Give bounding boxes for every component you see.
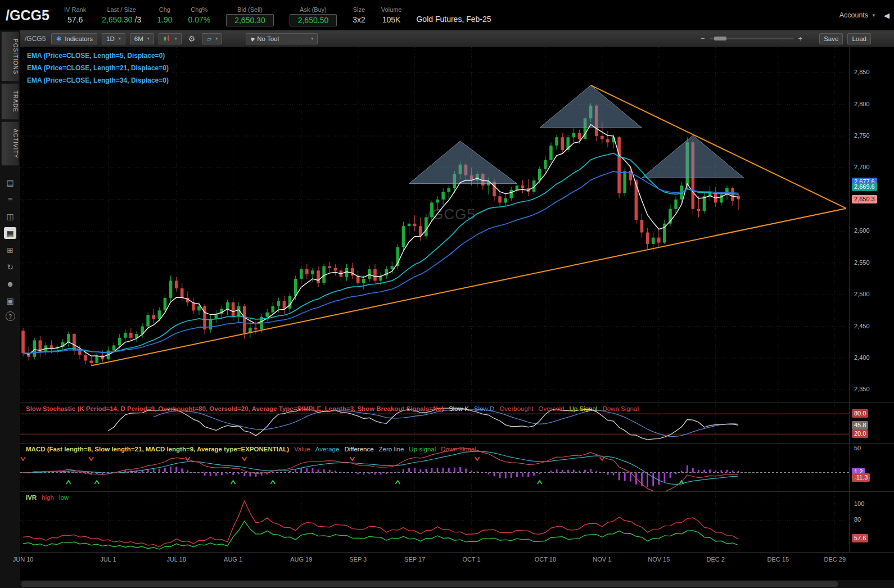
ivr-legend[interactable]: IVRhighlow xyxy=(26,494,74,501)
time-axis-label: DEC 29 xyxy=(824,556,846,563)
bottom-strip xyxy=(20,566,894,588)
chart-scrollbar[interactable] xyxy=(20,580,894,588)
legend-item[interactable]: low xyxy=(59,494,69,501)
macd-legend[interactable]: MACD (Fast length=8, Slow length=21, MAC… xyxy=(26,446,481,453)
ema-legend[interactable]: EMA (Price=CLOSE, Length=5, Displace=0) … xyxy=(27,49,169,87)
apps-icon[interactable]: ⊞ xyxy=(4,244,16,256)
iv-rank-label: IV Rank xyxy=(64,4,86,13)
settings-gear-button[interactable]: ⚙ xyxy=(186,34,198,43)
chg-value: 1.90 xyxy=(157,13,172,24)
time-axis-label: SEP 3 xyxy=(349,556,367,563)
chg-field: Chg 1.90 xyxy=(157,4,172,24)
study-title[interactable]: Slow Stochastic (K Period=14, D Period=9… xyxy=(26,405,444,412)
ask-field: Ask (Buy) 2,650.50 xyxy=(290,4,337,26)
legend-item[interactable]: Difference xyxy=(344,446,373,453)
range-dropdown[interactable]: 6M ▾ xyxy=(130,33,154,44)
zoom-slider-thumb[interactable] xyxy=(714,37,726,40)
price-chart-panel[interactable]: /GCG5 EMA (Price=CLOSE, Length=5, Displa… xyxy=(20,47,894,402)
zoom-control: − + xyxy=(701,34,802,43)
time-axis-label: SEP 17 xyxy=(404,556,425,563)
price-axis-label: 2,800 xyxy=(854,101,870,107)
zoom-in-button[interactable]: + xyxy=(798,34,803,43)
price-axis-label: 2,350 xyxy=(854,386,870,392)
stochastic-panel[interactable]: Slow Stochastic (K Period=14, D Period=9… xyxy=(20,402,894,443)
legend-item[interactable]: Value xyxy=(294,446,310,453)
chart-type-dropdown[interactable]: ▾ xyxy=(159,33,182,44)
ivr-canvas[interactable] xyxy=(20,492,849,553)
calendar-icon[interactable]: ▣ xyxy=(4,295,16,306)
patterns-dropdown[interactable]: ▱ ▾ xyxy=(202,33,222,44)
legend-item[interactable]: Average xyxy=(315,446,340,453)
price-axis-label: 2,750 xyxy=(854,132,870,139)
stoch-badge: 45.8 xyxy=(852,421,868,429)
price-chart-canvas[interactable]: /GCG5 xyxy=(20,47,849,402)
chg-pct-value: 0.07% xyxy=(188,13,210,24)
bid-button[interactable]: 2,650.30 xyxy=(226,14,274,26)
indicators-icon: ∗ xyxy=(56,34,62,43)
ema-legend-5[interactable]: EMA (Price=CLOSE, Length=5, Displace=0) xyxy=(27,49,169,62)
price-axis-label: 2,450 xyxy=(854,323,870,329)
toolbar-symbol: /GCG5 xyxy=(25,35,46,43)
stochastic-legend[interactable]: Slow Stochastic (K Period=14, D Period=9… xyxy=(26,405,644,412)
legend-item[interactable]: Down signal xyxy=(441,446,476,453)
legend-item[interactable]: high xyxy=(42,494,54,501)
price-axis-label: 2,600 xyxy=(854,227,870,234)
scrollbar-thumb[interactable] xyxy=(21,581,838,587)
time-axis-label: AUG 1 xyxy=(224,556,242,563)
sidebar-tab-activity[interactable]: ACTIVITY xyxy=(1,121,19,166)
scanner-icon[interactable]: ◫ xyxy=(4,210,16,222)
time-axis-label: NOV 15 xyxy=(648,556,670,563)
collapse-chevron-icon[interactable]: ◀ xyxy=(884,11,890,20)
save-label: Save xyxy=(824,35,838,42)
time-axis-label: OCT 1 xyxy=(463,556,481,563)
timeframe-dropdown[interactable]: 1D ▾ xyxy=(102,33,125,44)
ivr-axis: 1008057.6 xyxy=(849,492,894,552)
bid-label: Bid (Sell) xyxy=(226,4,274,13)
sidebar-tab-trade[interactable]: TRADE xyxy=(1,83,19,120)
time-axis-label: OCT 18 xyxy=(535,556,556,563)
indicators-label: Indicators xyxy=(65,35,93,42)
legend-item[interactable]: Zero line xyxy=(379,446,404,453)
legend-item[interactable]: Slow K xyxy=(449,405,469,412)
legend-item[interactable]: Down Signal xyxy=(602,405,639,412)
ivr-axis-label: 80 xyxy=(854,516,861,523)
indicators-button[interactable]: ∗ Indicators xyxy=(51,33,97,44)
gear-icon: ⚙ xyxy=(188,34,196,43)
help-icon[interactable]: ? xyxy=(6,311,15,321)
chart-toolbar: /GCG5 ∗ Indicators 1D ▾ 6M ▾ xyxy=(20,30,894,47)
monitor-icon[interactable]: ▤ xyxy=(4,177,16,188)
study-title[interactable]: IVR xyxy=(26,494,37,501)
macd-axis: 501.2-11.3 xyxy=(849,444,894,491)
drawing-tool-dropdown[interactable]: No Tool ▾ xyxy=(246,33,318,44)
macd-panel[interactable]: MACD (Fast length=8, Slow length=21, MAC… xyxy=(20,443,894,491)
cursor-icon xyxy=(249,35,255,42)
zoom-out-button[interactable]: − xyxy=(701,34,705,43)
chevron-down-icon: ▼ xyxy=(872,13,876,18)
study-title[interactable]: MACD (Fast length=8, Slow length=21, MAC… xyxy=(26,446,289,453)
patterns-icon: ▱ xyxy=(206,35,211,43)
contract-description: Gold Futures, Feb-25 xyxy=(416,7,491,24)
legend-item[interactable]: Overbought xyxy=(499,405,533,412)
save-button[interactable]: Save xyxy=(819,33,843,44)
chevron-down-icon: ▾ xyxy=(147,36,150,41)
legend-item[interactable]: Up Signal xyxy=(570,405,598,412)
legend-item[interactable]: Up signal xyxy=(409,446,436,453)
ema-legend-21[interactable]: EMA (Price=CLOSE, Length=21, Displace=0) xyxy=(27,62,169,74)
ema-legend-34[interactable]: EMA (Price=CLOSE, Length=34, Displace=0) xyxy=(27,74,169,87)
symbol: /GCG5 xyxy=(6,7,60,24)
accounts-menu[interactable]: Accounts ▼ xyxy=(839,11,876,19)
load-button[interactable]: Load xyxy=(847,33,871,44)
ask-button[interactable]: 2,650.50 xyxy=(290,14,337,26)
clients-icon[interactable]: ☻ xyxy=(4,278,16,290)
ivr-panel[interactable]: IVRhighlow 1008057.6 xyxy=(20,491,894,552)
time-axis-label: JUL 18 xyxy=(166,556,186,563)
watchlist-icon[interactable]: ≡ xyxy=(4,193,16,205)
trading-app: /GCG5 IV Rank 57.6 Last / Size 2,650.30 … xyxy=(0,0,894,588)
zoom-slider[interactable] xyxy=(710,38,794,39)
refresh-icon[interactable]: ↻ xyxy=(4,261,16,273)
legend-item[interactable]: Slow D xyxy=(474,405,494,412)
price-badge: 2,669.6 xyxy=(852,183,877,191)
sidebar-tab-positions[interactable]: POSITIONS xyxy=(1,31,19,82)
legend-item[interactable]: Oversold xyxy=(538,405,564,412)
charts-icon[interactable]: ▦ xyxy=(4,227,16,239)
